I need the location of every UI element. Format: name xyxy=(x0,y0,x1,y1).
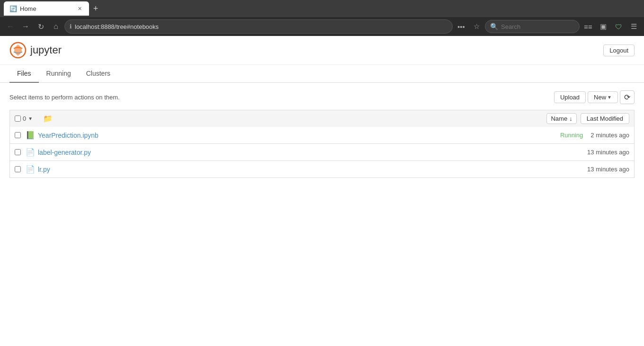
nav-right-controls: ••• ☆ 🔍 ≡≡ ▣ 🛡 ☰ xyxy=(455,20,640,33)
file-checkbox-3[interactable] xyxy=(15,166,21,172)
file-modified-2: 13 minutes ago xyxy=(587,149,629,156)
search-icon: 🔍 xyxy=(490,23,498,30)
forward-button[interactable]: → xyxy=(19,20,32,33)
jupyter-logo: jupyter xyxy=(9,42,62,59)
tab-close-button[interactable]: ✕ xyxy=(76,5,83,12)
logout-button[interactable]: Logout xyxy=(603,44,635,56)
home-button[interactable]: ⌂ xyxy=(49,20,63,33)
tab-files[interactable]: Files xyxy=(9,65,39,83)
file-list: 0 ▼ 📁 Name ↓ Last Modified 📗 xyxy=(9,110,635,178)
jupyter-logo-icon xyxy=(9,42,27,59)
refresh-files-button[interactable]: ⟳ xyxy=(620,90,635,104)
home-icon: ⌂ xyxy=(54,22,58,31)
file-row: 📗 YearPrediction.ipynb Running 2 minutes… xyxy=(9,127,635,144)
file-modified-1: 2 minutes ago xyxy=(590,132,629,139)
more-icon: ••• xyxy=(457,23,465,31)
back-button[interactable]: ← xyxy=(4,20,17,33)
jupyter-header: jupyter Logout xyxy=(0,36,644,65)
file-checkbox-1[interactable] xyxy=(15,132,21,138)
sidebar-button[interactable]: ▣ xyxy=(597,20,610,33)
sort-by-name-button[interactable]: Name ↓ xyxy=(546,113,576,124)
new-folder-icon[interactable]: 📁 xyxy=(43,114,53,123)
menu-button[interactable]: ☰ xyxy=(627,20,640,33)
toolbar-instruction: Select items to perform actions on them. xyxy=(9,94,120,101)
tab-clusters[interactable]: Clusters xyxy=(79,65,118,83)
new-tab-button[interactable]: + xyxy=(89,2,102,15)
address-text: localhost:8888/tree#notebooks xyxy=(75,23,447,30)
file-name-2[interactable]: label-generator.py xyxy=(38,149,580,156)
page-content: jupyter Logout Files Running Clusters Se… xyxy=(0,36,644,346)
select-dropdown-icon[interactable]: ▼ xyxy=(28,116,33,121)
tab-bar: 🔄 Home ✕ + xyxy=(0,0,644,17)
tab-running[interactable]: Running xyxy=(39,65,79,83)
file-name-1[interactable]: YearPrediction.ipynb xyxy=(38,132,560,139)
search-box[interactable]: 🔍 xyxy=(485,20,580,33)
file-row: 📄 label-generator.py 13 minutes ago xyxy=(9,144,635,161)
python-icon-2: 📄 xyxy=(26,148,35,157)
tabs-bar: Files Running Clusters xyxy=(0,65,644,83)
name-col-label: Name xyxy=(551,115,567,122)
refresh-files-icon: ⟳ xyxy=(624,93,630,101)
reader-icon: ≡≡ xyxy=(584,23,592,31)
sort-down-icon: ↓ xyxy=(569,115,572,122)
file-meta-2: 13 minutes ago xyxy=(580,149,629,156)
forward-icon: → xyxy=(22,22,29,31)
file-meta-1: Running 2 minutes ago xyxy=(560,132,629,139)
file-meta-3: 13 minutes ago xyxy=(580,166,629,173)
refresh-icon: ↻ xyxy=(38,22,44,31)
select-count: 0 xyxy=(23,115,26,122)
select-all-area: 0 ▼ xyxy=(15,115,43,122)
upload-button[interactable]: Upload xyxy=(554,91,586,103)
notebook-icon-1: 📗 xyxy=(26,131,35,140)
toolbar-right: Upload New ▼ ⟳ xyxy=(554,90,635,104)
select-all-checkbox[interactable] xyxy=(15,115,21,122)
refresh-button[interactable]: ↻ xyxy=(34,20,47,33)
tab-title: Home xyxy=(20,5,72,12)
shield-button[interactable]: 🛡 xyxy=(612,20,625,33)
file-checkbox-2[interactable] xyxy=(15,149,21,155)
back-icon: ← xyxy=(7,22,14,31)
reader-view-button[interactable]: ≡≡ xyxy=(581,20,595,33)
file-toolbar: Select items to perform actions on them.… xyxy=(9,90,635,104)
menu-icon: ☰ xyxy=(631,22,637,31)
tab-favicon-icon: 🔄 xyxy=(9,5,16,12)
file-browser: Select items to perform actions on them.… xyxy=(0,83,644,186)
jupyter-logo-text: jupyter xyxy=(30,44,62,56)
bookmark-button[interactable]: ☆ xyxy=(470,20,483,33)
address-bar[interactable]: ℹ localhost:8888/tree#notebooks xyxy=(64,19,453,34)
new-button[interactable]: New ▼ xyxy=(588,91,618,103)
modified-col-label: Last Modified xyxy=(587,115,623,122)
ssl-icon: ℹ xyxy=(70,23,72,30)
sidebar-icon: ▣ xyxy=(600,22,607,31)
nav-bar: ← → ↻ ⌂ ℹ localhost:8888/tree#notebooks … xyxy=(0,17,644,36)
file-list-header: 0 ▼ 📁 Name ↓ Last Modified xyxy=(9,110,635,127)
new-chevron-icon: ▼ xyxy=(607,95,612,100)
more-options-button[interactable]: ••• xyxy=(455,20,468,33)
bookmark-icon: ☆ xyxy=(474,22,480,31)
col-headers: Name ↓ Last Modified xyxy=(53,113,629,124)
file-modified-3: 13 minutes ago xyxy=(587,166,629,173)
file-row: 📄 lr.py 13 minutes ago xyxy=(9,161,635,178)
search-input[interactable] xyxy=(501,23,572,30)
shield-icon: 🛡 xyxy=(615,23,622,31)
new-label: New xyxy=(594,94,606,101)
browser-chrome: 🔄 Home ✕ + ← → ↻ ⌂ ℹ localhost:8888/tree… xyxy=(0,0,644,36)
python-icon-3: 📄 xyxy=(26,165,35,174)
running-badge-1: Running xyxy=(560,132,583,139)
sort-by-modified-button[interactable]: Last Modified xyxy=(581,113,629,124)
active-tab[interactable]: 🔄 Home ✕ xyxy=(4,1,89,16)
file-name-3[interactable]: lr.py xyxy=(38,166,580,173)
